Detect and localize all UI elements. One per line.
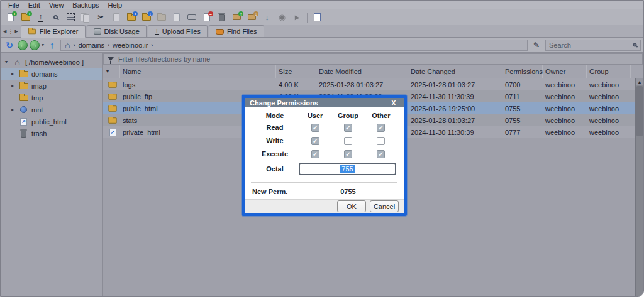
breadcrumb[interactable]: ⌂ › domains › weebinoo.ir › (60, 40, 528, 51)
new-file-icon[interactable]: + (3, 11, 18, 24)
breadcrumb-segment-domain[interactable]: weebinoo.ir (113, 41, 148, 49)
table-row[interactable]: logs 4.00 K 2025-01-28 01:03:27 2025-01-… (103, 78, 643, 90)
paste-icon[interactable] (109, 11, 123, 24)
tree-item-mnt[interactable]: ▸ mnt (1, 104, 102, 116)
trash-icon[interactable] (214, 11, 229, 24)
cancel-button[interactable]: Cancel (370, 200, 399, 212)
execute-user-checkbox[interactable] (311, 150, 319, 158)
select-all-icon[interactable] (64, 11, 78, 24)
menu-help[interactable]: Help (104, 1, 126, 9)
properties-icon[interactable] (310, 11, 325, 24)
read-group-checkbox[interactable] (344, 124, 352, 132)
new-folder-icon[interactable]: + (18, 11, 33, 24)
link-icon[interactable] (154, 11, 169, 24)
ok-button[interactable]: OK (337, 200, 366, 212)
refresh-icon[interactable]: ↻ (3, 40, 16, 51)
menu-file[interactable]: File (4, 1, 23, 9)
forward-icon[interactable]: → (30, 40, 40, 50)
extract-icon[interactable]: ↑ (230, 11, 244, 24)
column-header-owner[interactable]: Owner (543, 65, 587, 78)
dialog-title: Change Permissions (250, 99, 389, 107)
column-header-permissions[interactable]: Permissions (502, 65, 543, 78)
breadcrumb-segment-domains[interactable]: domains (78, 41, 104, 49)
menu-edit[interactable]: Edit (25, 1, 44, 9)
back-icon[interactable]: ← (18, 40, 28, 50)
write-group-checkbox[interactable] (344, 137, 352, 145)
tree-item-trash[interactable]: trash (1, 127, 102, 139)
select-rectangle-icon[interactable] (184, 11, 199, 24)
change-permissions-dialog: Change Permissions X Mode User Group Oth… (242, 95, 407, 216)
column-header-group[interactable]: Group (587, 65, 631, 78)
menu-view[interactable]: View (45, 1, 68, 9)
tab-disk-usage[interactable]: Disk Usage (87, 25, 147, 37)
cell-owner: weebinoo (543, 117, 587, 124)
upload-icon[interactable]: ↑ (33, 11, 48, 24)
copy-icon[interactable] (79, 11, 93, 24)
column-header-date-changed[interactable]: Date Changed (408, 65, 502, 78)
scroll-up-icon[interactable]: ▲ (636, 78, 643, 85)
tree-item-domains[interactable]: ▸ domains (1, 68, 102, 80)
download-icon[interactable]: ↓ (260, 11, 274, 24)
read-other-checkbox[interactable] (377, 124, 385, 132)
tab-file-explorer[interactable]: File Explorer (21, 25, 86, 38)
column-header-size[interactable]: Size (276, 65, 316, 78)
cell-group: weebinoo (587, 105, 631, 112)
tab-label: Upload Files (162, 28, 201, 35)
column-menu-icon[interactable]: ▾ (103, 65, 120, 78)
burn-icon[interactable]: ◉ (275, 11, 289, 24)
write-user-checkbox[interactable] (311, 137, 319, 145)
chevron-down-icon[interactable]: ▾ (3, 59, 9, 65)
globe-icon (19, 106, 28, 113)
write-other-checkbox[interactable] (377, 137, 385, 145)
folder-icon (103, 94, 120, 100)
copy-files-icon[interactable]: + (124, 11, 138, 24)
dialog-titlebar[interactable]: Change Permissions X (245, 98, 404, 107)
cut-icon[interactable]: ✂ (94, 11, 108, 24)
chevron-right-icon[interactable]: ▸ (9, 107, 16, 112)
search-icon[interactable] (633, 43, 637, 47)
tab-scroll-right-icon[interactable]: ▶ (14, 29, 18, 34)
remove-file-icon[interactable]: – (199, 11, 214, 24)
up-directory-icon[interactable]: ↑ (46, 40, 58, 51)
tree-item-public-html[interactable]: ↗ public_html (1, 116, 102, 127)
tree-root-home[interactable]: ▾ ⌂ [ /home/weebinoo ] (1, 56, 102, 68)
tab-grip-icon[interactable]: ⋮ (8, 28, 13, 35)
search-icon[interactable] (48, 11, 63, 24)
octal-value-selected: 755 (340, 165, 354, 173)
vertical-scrollbar[interactable]: ▲ (635, 78, 643, 296)
move-files-icon[interactable]: ↓ (139, 11, 153, 24)
chevron-right-icon[interactable]: ▸ (9, 83, 16, 89)
scrollbar-thumb[interactable] (636, 86, 643, 136)
execute-group-checkbox[interactable] (344, 150, 352, 158)
close-icon[interactable]: X (389, 99, 399, 107)
home-icon[interactable]: ⌂ (65, 41, 70, 50)
tab-upload-files[interactable]: ↑ Upload Files (148, 25, 208, 37)
compress-icon[interactable]: ↓ (245, 11, 259, 24)
rename-icon[interactable] (169, 11, 184, 24)
folder-icon (28, 29, 36, 35)
tree-item-imap[interactable]: ▸ imap (1, 80, 102, 92)
filter-input[interactable] (118, 55, 638, 63)
tab-scroll-left-icon[interactable]: ◀ (3, 29, 6, 34)
tab-find-files[interactable]: Find Files (209, 25, 264, 37)
column-header-date-modified[interactable]: Date Modified (316, 65, 408, 78)
cell-permissions: 0777 (502, 129, 543, 136)
octal-row: Octal 755 (251, 161, 397, 177)
history-dropdown-icon[interactable]: ▾ (42, 42, 44, 48)
menu-backups[interactable]: Backups (69, 1, 103, 9)
column-header-name[interactable]: Name (120, 65, 276, 78)
tree-item-tmp[interactable]: tmp (1, 92, 102, 104)
execute-other-checkbox[interactable] (377, 150, 385, 158)
filter-bar (103, 53, 643, 65)
edit-path-icon[interactable]: ✎ (530, 40, 543, 51)
read-user-checkbox[interactable] (311, 124, 319, 132)
chevron-right-icon[interactable]: ▸ (9, 71, 16, 77)
directory-tree: ▾ ⌂ [ /home/weebinoo ] ▸ domains ▸ imap … (1, 53, 103, 296)
dialog-body: Mode User Group Other Read Write Execute… (245, 107, 404, 199)
cell-date-changed: 2025-01-28 01:03:27 (408, 117, 502, 124)
run-icon[interactable]: ▶ (290, 11, 304, 24)
perm-col-mode: Mode (251, 111, 299, 121)
search-input[interactable] (549, 41, 630, 49)
octal-input[interactable]: 755 (299, 163, 396, 175)
trash-icon (19, 129, 28, 138)
